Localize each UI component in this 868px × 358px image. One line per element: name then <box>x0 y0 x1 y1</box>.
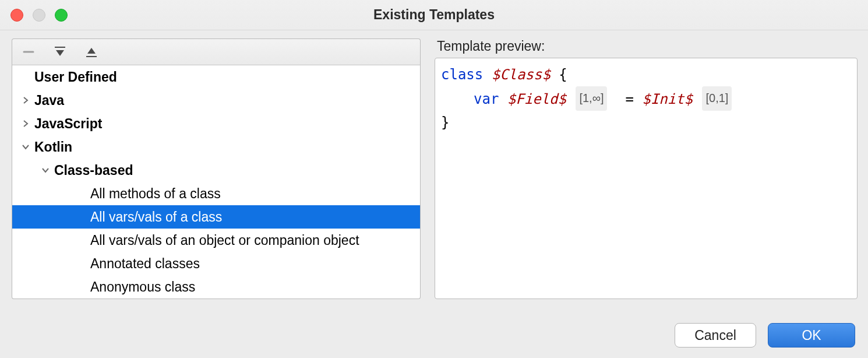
preview-label: Template preview: <box>437 38 858 54</box>
count-hint: [0,1] <box>702 86 732 111</box>
tree-group[interactable]: Kotlin <box>12 135 420 159</box>
template-var: $Init$ <box>642 91 693 107</box>
template-toolbar <box>12 38 421 65</box>
dialog-buttons: Cancel OK <box>675 323 855 348</box>
chevron-down-icon[interactable] <box>40 165 51 176</box>
template-var: $Field$ <box>507 91 566 107</box>
chevron-right-icon[interactable] <box>20 95 31 106</box>
template-preview: class $Class$ { var $Field$ [1,∞] = $Ini… <box>435 58 858 299</box>
tree-item[interactable]: All vars/vals of a class <box>12 205 420 229</box>
zoom-window-icon[interactable] <box>55 9 68 22</box>
count-hint: [1,∞] <box>576 86 607 111</box>
tree-label: All methods of a class <box>87 186 221 202</box>
cancel-button[interactable]: Cancel <box>675 323 756 348</box>
tree-item[interactable]: All methods of a class <box>12 182 420 205</box>
window-title: Existing Templates <box>373 7 495 23</box>
tree-label: Kotlin <box>31 139 72 155</box>
tree-item[interactable]: All vars/vals of an object or companion … <box>12 229 420 252</box>
preview-line-2: var $Field$ [1,∞] = $Init$ [0,1] <box>441 86 851 111</box>
template-tree[interactable]: User DefinedJavaJavaScriptKotlinClass-ba… <box>12 65 421 299</box>
close-window-icon[interactable] <box>10 9 23 22</box>
arrow-spacer <box>20 72 31 82</box>
tree-label: Anonymous class <box>87 279 195 295</box>
preview-line-1: class $Class$ { <box>441 63 851 86</box>
minimize-window-icon[interactable] <box>33 9 45 22</box>
tree-label: All vars/vals of a class <box>87 209 222 225</box>
brace-open: { <box>559 66 567 83</box>
template-list-panel: User DefinedJavaJavaScriptKotlinClass-ba… <box>12 38 421 299</box>
ok-button[interactable]: OK <box>768 323 855 348</box>
equals: = <box>625 91 633 107</box>
tree-label: All vars/vals of an object or companion … <box>87 233 359 248</box>
expand-all-icon[interactable] <box>52 44 68 59</box>
svg-marker-2 <box>56 50 64 56</box>
keyword: var <box>474 91 499 107</box>
chevron-right-icon[interactable] <box>20 118 31 129</box>
tree-group[interactable]: User Defined <box>12 65 420 89</box>
titlebar: Existing Templates <box>0 0 868 30</box>
tree-label: Class-based <box>51 163 133 178</box>
window-controls <box>10 0 68 30</box>
tree-item[interactable]: Anonymous class <box>12 275 420 299</box>
tree-item[interactable]: Annotated classes <box>12 252 420 275</box>
svg-marker-3 <box>87 48 96 54</box>
keyword: class <box>441 66 483 83</box>
remove-icon[interactable] <box>20 44 37 59</box>
tree-label: Annotated classes <box>87 256 200 272</box>
collapse-all-icon[interactable] <box>83 44 100 59</box>
tree-group[interactable]: Class-based <box>12 159 420 182</box>
tree-group[interactable]: Java <box>12 89 420 112</box>
template-var: $Class$ <box>492 66 551 83</box>
tree-label: JavaScript <box>31 116 102 132</box>
tree-label: User Defined <box>31 69 117 85</box>
tree-label: Java <box>31 93 64 108</box>
chevron-down-icon[interactable] <box>20 142 31 152</box>
preview-line-3: } <box>441 111 851 134</box>
tree-group[interactable]: JavaScript <box>12 112 420 135</box>
dialog-content: User DefinedJavaJavaScriptKotlinClass-ba… <box>0 30 868 299</box>
preview-panel: Template preview: class $Class$ { var $F… <box>435 38 858 299</box>
